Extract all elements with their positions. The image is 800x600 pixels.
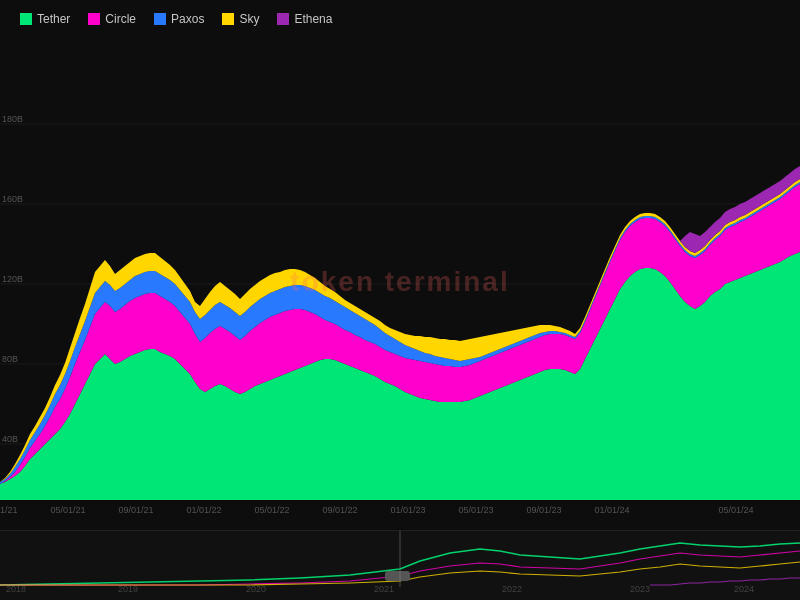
tether-label: Tether bbox=[37, 12, 70, 26]
mini-x-2023: 2023 bbox=[630, 584, 650, 594]
main-chart: 180B 160B 120B 80B 40B 01/01/21 05/01/21… bbox=[0, 44, 800, 520]
x-label-1: 05/01/21 bbox=[50, 505, 85, 515]
x-label-7: 05/01/23 bbox=[458, 505, 493, 515]
x-label-9: 01/01/24 bbox=[594, 505, 629, 515]
x-label-3: 01/01/22 bbox=[186, 505, 221, 515]
tether-color-swatch bbox=[20, 13, 32, 25]
x-label-2: 09/01/21 bbox=[118, 505, 153, 515]
x-label-10: 05/01/24 bbox=[718, 505, 753, 515]
mini-chart-svg bbox=[0, 531, 800, 587]
circle-label: Circle bbox=[105, 12, 136, 26]
paxos-color-swatch bbox=[154, 13, 166, 25]
mini-x-2024: 2024 bbox=[734, 584, 754, 594]
sky-color-swatch bbox=[222, 13, 234, 25]
ethena-label: Ethena bbox=[294, 12, 332, 26]
svg-text:40B: 40B bbox=[2, 434, 18, 444]
x-label-4: 05/01/22 bbox=[254, 505, 289, 515]
sky-label: Sky bbox=[239, 12, 259, 26]
legend-item-sky[interactable]: Sky bbox=[222, 12, 259, 26]
legend-item-tether[interactable]: Tether bbox=[20, 12, 70, 26]
legend-item-circle[interactable]: Circle bbox=[88, 12, 136, 26]
mini-x-2018: 2018 bbox=[6, 584, 26, 594]
legend-item-ethena[interactable]: Ethena bbox=[277, 12, 332, 26]
x-axis: 01/01/21 05/01/21 09/01/21 01/01/22 05/0… bbox=[0, 500, 800, 520]
legend-item-paxos[interactable]: Paxos bbox=[154, 12, 204, 26]
x-label-0: 01/01/21 bbox=[0, 505, 18, 515]
main-chart-svg: 180B 160B 120B 80B 40B bbox=[0, 44, 800, 500]
x-label-6: 01/01/23 bbox=[390, 505, 425, 515]
mini-x-2019: 2019 bbox=[118, 584, 138, 594]
mini-x-2020: 2020 bbox=[246, 584, 266, 594]
legend: Tether Circle Paxos Sky Ethena bbox=[0, 0, 800, 38]
svg-text:80B: 80B bbox=[2, 354, 18, 364]
x-label-8: 09/01/23 bbox=[526, 505, 561, 515]
mini-x-2021: 2021 bbox=[374, 584, 394, 594]
chart-container: Tether Circle Paxos Sky Ethena bbox=[0, 0, 800, 600]
x-label-5: 09/01/22 bbox=[322, 505, 357, 515]
paxos-label: Paxos bbox=[171, 12, 204, 26]
mini-x-axis: 2018 2019 2020 2021 2022 2023 2024 bbox=[0, 584, 800, 598]
mini-chart: 2018 2019 2020 2021 2022 2023 2024 bbox=[0, 530, 800, 600]
svg-text:120B: 120B bbox=[2, 274, 23, 284]
svg-rect-11 bbox=[385, 571, 410, 581]
svg-text:180B: 180B bbox=[2, 114, 23, 124]
svg-text:160B: 160B bbox=[2, 194, 23, 204]
ethena-color-swatch bbox=[277, 13, 289, 25]
circle-color-swatch bbox=[88, 13, 100, 25]
mini-x-2022: 2022 bbox=[502, 584, 522, 594]
